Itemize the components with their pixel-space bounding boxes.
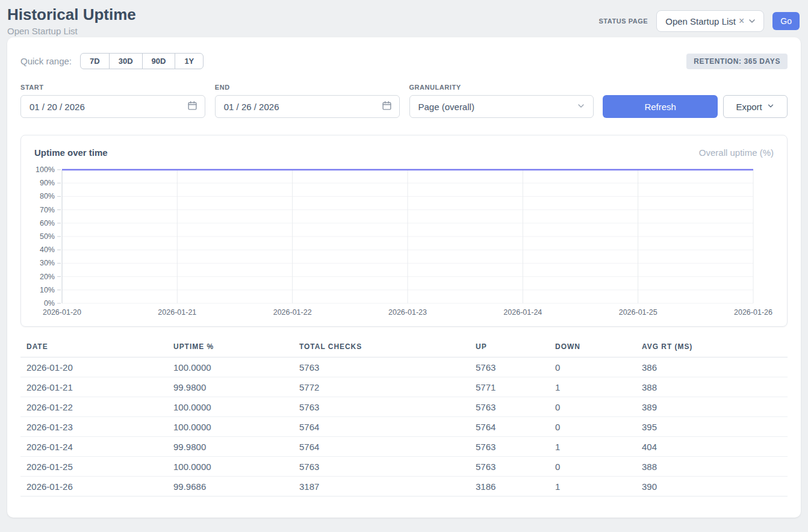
- table-cell: 1: [549, 377, 636, 397]
- x-axis-tick-label: 2026-01-23: [388, 308, 427, 317]
- table-row: 2026-01-23100.0000576457640395: [20, 417, 788, 437]
- table-cell: 386: [636, 357, 788, 377]
- calendar-icon[interactable]: [187, 101, 197, 113]
- table-cell: 389: [636, 397, 788, 417]
- x-axis-tick-label: 2026-01-22: [273, 308, 312, 317]
- quick-range-7d-button[interactable]: 7D: [80, 53, 110, 69]
- table-cell: 5763: [293, 357, 470, 377]
- table-cell: 2026-01-23: [20, 417, 167, 437]
- refresh-button[interactable]: Refresh: [603, 95, 718, 118]
- retention-badge: RETENTION: 365 DAYS: [686, 54, 788, 69]
- start-date-value: 01 / 20 / 2026: [30, 102, 85, 112]
- uptime-table-head: DATEUPTIME %TOTAL CHECKSUPDOWNAVG RT (MS…: [20, 340, 788, 357]
- granularity-select[interactable]: Page (overall): [409, 95, 594, 118]
- granularity-value: Page (overall): [418, 102, 474, 112]
- table-cell: 1: [549, 477, 636, 496]
- table-cell: 99.9686: [167, 477, 293, 496]
- status-page-select-value: Open Startup List: [665, 16, 736, 26]
- table-cell: 395: [636, 417, 788, 437]
- page-header: Historical Uptime Open Startup List STAT…: [0, 0, 808, 37]
- table-cell: 5764: [293, 437, 470, 457]
- page-title: Historical Uptime: [7, 6, 136, 24]
- y-axis-tick-label: 30%: [40, 259, 55, 267]
- end-date-field: END 01 / 26 / 2026: [215, 84, 400, 118]
- table-cell: 99.9800: [167, 437, 293, 457]
- column-header: DATE: [20, 340, 167, 357]
- y-axis-tick-label: 60%: [40, 219, 55, 227]
- start-date-input[interactable]: 01 / 20 / 2026: [20, 95, 205, 118]
- table-row: 2026-01-2499.9800576457631404: [20, 437, 788, 457]
- table-row: 2026-01-2199.9800577257711388: [20, 377, 788, 397]
- chevron-down-icon: [747, 16, 757, 26]
- start-date-label: START: [20, 84, 205, 91]
- table-cell: 5763: [470, 437, 549, 457]
- clear-x-icon[interactable]: ×: [739, 16, 744, 26]
- table-cell: 5763: [293, 397, 470, 417]
- y-axis-tick-label: 100%: [36, 165, 55, 174]
- page-subtitle: Open Startup List: [7, 26, 136, 36]
- table-cell: 2026-01-25: [20, 457, 167, 477]
- table-cell: 390: [636, 477, 788, 496]
- column-header: DOWN: [549, 340, 636, 357]
- table-cell: 388: [636, 377, 788, 397]
- column-header: AVG RT (MS): [636, 340, 788, 357]
- x-axis-tick-label: 2026-01-25: [619, 308, 657, 317]
- granularity-field: GRANULARITY Page (overall): [409, 84, 594, 118]
- table-cell: 5772: [293, 377, 470, 397]
- granularity-label: GRANULARITY: [409, 84, 594, 91]
- end-date-label: END: [215, 84, 400, 91]
- table-cell: 404: [636, 437, 788, 457]
- x-axis-tick-label: 2026-01-20: [43, 308, 81, 317]
- end-date-input[interactable]: 01 / 26 / 2026: [215, 95, 400, 118]
- y-axis-tick-label: 80%: [40, 192, 55, 200]
- export-button[interactable]: Export: [723, 95, 788, 118]
- table-cell: 0: [549, 357, 636, 377]
- table-cell: 3187: [293, 477, 470, 496]
- table-row: 2026-01-25100.0000576357630388: [20, 457, 788, 477]
- table-cell: 0: [549, 417, 636, 437]
- table-cell: 99.9800: [167, 377, 293, 397]
- chart-title: Uptime over time: [34, 147, 108, 158]
- chart-legend: Overall uptime (%): [699, 147, 774, 158]
- table-row: 2026-01-22100.0000576357630389: [20, 397, 788, 417]
- table-cell: 2026-01-26: [20, 477, 167, 496]
- quick-range-1y-button[interactable]: 1Y: [175, 53, 204, 69]
- column-header: UPTIME %: [167, 340, 293, 357]
- x-axis-tick-label: 2026-01-21: [158, 308, 196, 317]
- chevron-down-icon: [766, 102, 775, 112]
- x-axis-tick-label: 2026-01-26: [734, 308, 772, 317]
- chevron-down-icon: [576, 101, 586, 113]
- table-cell: 0: [549, 457, 636, 477]
- table-cell: 100.0000: [167, 457, 293, 477]
- status-page-select[interactable]: Open Startup List ×: [656, 10, 764, 32]
- table-cell: 100.0000: [167, 357, 293, 377]
- filters-row: START 01 / 20 / 2026 END 01 / 26 / 2026 …: [20, 84, 788, 118]
- quick-range-group: 7D30D90D1Y: [80, 53, 204, 69]
- go-button[interactable]: Go: [772, 12, 800, 30]
- y-axis-tick-label: 40%: [40, 246, 55, 254]
- uptime-table-body: 2026-01-20100.00005763576303862026-01-21…: [20, 357, 788, 496]
- y-axis-tick-label: 20%: [40, 273, 55, 281]
- table-cell: 2026-01-20: [20, 357, 167, 377]
- uptime-chart-card: Uptime over time Overall uptime (%) 0%10…: [20, 135, 788, 327]
- calendar-icon[interactable]: [382, 101, 392, 113]
- table-cell: 100.0000: [167, 417, 293, 437]
- table-cell: 0: [549, 397, 636, 417]
- table-cell: 5763: [470, 397, 549, 417]
- quick-range-90d-button[interactable]: 90D: [142, 53, 176, 69]
- export-button-label: Export: [736, 102, 762, 112]
- chart-header: Uptime over time Overall uptime (%): [34, 147, 774, 158]
- quick-range-30d-button[interactable]: 30D: [109, 53, 143, 69]
- header-right: STATUS PAGE Open Startup List × Go: [598, 10, 800, 32]
- status-page-label: STATUS PAGE: [598, 17, 648, 25]
- table-cell: 3186: [470, 477, 549, 496]
- uptime-table: DATEUPTIME %TOTAL CHECKSUPDOWNAVG RT (MS…: [20, 340, 788, 496]
- y-axis-tick-label: 50%: [40, 232, 55, 241]
- table-cell: 1: [549, 437, 636, 457]
- table-cell: 5771: [470, 377, 549, 397]
- chart-svg: 0%10%20%30%40%50%60%70%80%90%100%2026-01…: [34, 164, 774, 319]
- start-date-field: START 01 / 20 / 2026: [20, 84, 205, 118]
- table-row: 2026-01-20100.0000576357630386: [20, 357, 788, 377]
- y-axis-tick-label: 0%: [44, 299, 55, 308]
- table-cell: 5764: [293, 417, 470, 437]
